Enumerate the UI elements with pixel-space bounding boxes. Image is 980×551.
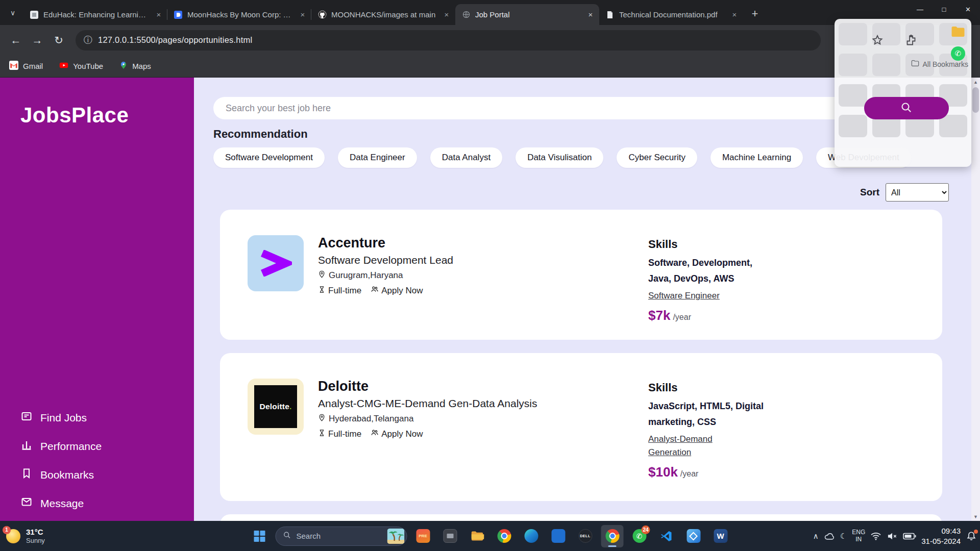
chrome-icon[interactable] <box>493 525 516 547</box>
clock-date: 31-05-2024 <box>921 536 961 546</box>
page-scrollbar[interactable]: ▲ ▼ <box>971 78 980 521</box>
back-icon[interactable]: ← <box>6 31 26 50</box>
category-machine-learning[interactable]: Machine Learning <box>710 147 803 168</box>
youtube-icon <box>59 61 68 71</box>
start-button[interactable] <box>249 525 271 547</box>
category-cyber-security[interactable]: Cyber Security <box>617 147 697 168</box>
tab-title: Job Portal <box>475 10 581 19</box>
scroll-down-icon[interactable]: ▼ <box>971 512 980 521</box>
reload-icon[interactable]: ↻ <box>49 31 68 50</box>
tab-job-portal[interactable]: Job Portal × <box>455 4 599 25</box>
scroll-up-icon[interactable]: ▲ <box>971 78 980 86</box>
tab-search-button[interactable]: ∨ <box>5 5 20 20</box>
render-glitch-overlay: ✆ All Bookmarks <box>835 19 971 167</box>
job-title: Analyst-CMG-ME-Demand Gen-Data Analysis <box>318 397 634 410</box>
category-data-engineer[interactable]: Data Engineer <box>338 147 417 168</box>
tab-moonhacks[interactable]: MoonHacks By Moon Corp: Mo × <box>167 4 311 25</box>
job-search-button[interactable] <box>864 97 949 119</box>
photos-icon[interactable] <box>682 525 705 547</box>
overlay-cell <box>839 54 867 76</box>
category-data-visualisation[interactable]: Data Visulisation <box>516 147 603 168</box>
tray-chevron-up-icon[interactable]: ∧ <box>813 532 819 541</box>
word-icon[interactable]: W <box>709 525 732 547</box>
weather-badge: 1 <box>3 526 11 534</box>
maximize-icon[interactable]: □ <box>932 0 956 18</box>
bookmark-youtube[interactable]: YouTube <box>59 61 103 71</box>
role-link[interactable]: Software Engineer <box>648 289 720 303</box>
location-row: Hyderabad,Telangana <box>318 414 634 424</box>
chrome-active-icon[interactable] <box>601 525 624 547</box>
all-bookmarks-button[interactable]: All Bookmarks <box>911 60 968 68</box>
apply-now-link[interactable]: Apply Now <box>371 429 423 439</box>
close-icon[interactable]: ✕ <box>956 0 980 18</box>
skills-list: Software, Development, Java, DevOps, AWS <box>648 255 771 287</box>
job-cards: Accenture Software Development Lead Guru… <box>213 210 949 521</box>
vscode-icon[interactable] <box>655 525 678 547</box>
weather-widget[interactable]: 1 31°C Sunny <box>5 521 45 551</box>
minimize-icon[interactable]: — <box>908 0 932 18</box>
whatsapp-icon[interactable]: ✆ 24 <box>628 525 651 547</box>
wifi-icon[interactable] <box>870 532 881 541</box>
close-tab-icon[interactable]: × <box>730 10 739 19</box>
tab-eduhack[interactable]: EduHack: Enhancing Learning E × <box>23 4 167 25</box>
sidebar-item-performance[interactable]: Performance <box>20 439 102 454</box>
job-title: Software Development Lead <box>318 254 634 266</box>
close-tab-icon[interactable]: × <box>298 10 307 19</box>
overlay-cell <box>839 23 867 45</box>
weather-condition: Sunny <box>26 537 45 545</box>
volume-muted-icon[interactable] <box>887 532 898 541</box>
apply-now-link[interactable]: Apply Now <box>371 285 423 296</box>
overlay-cell <box>939 115 968 137</box>
language-switcher[interactable]: ENG IN <box>852 529 865 543</box>
company-name: Accenture <box>318 235 634 251</box>
pre-app-badge: PRE <box>416 529 430 543</box>
app-pre-icon[interactable]: PRE <box>412 525 434 547</box>
notification-bell-icon[interactable] <box>966 531 977 542</box>
category-software-development[interactable]: Software Development <box>213 147 325 168</box>
battery-icon[interactable] <box>903 533 916 540</box>
tab-pdf[interactable]: Technical Documentation.pdf × <box>599 4 743 25</box>
folder-icon[interactable] <box>950 25 966 38</box>
weather-temp: 31°C <box>26 528 45 537</box>
site-info-icon[interactable]: ⓘ <box>84 34 92 46</box>
chevron-down-icon: ∨ <box>10 9 15 17</box>
sort-select[interactable]: All <box>886 183 949 202</box>
sort-row: Sort All <box>213 183 949 202</box>
region-label: IN <box>852 536 865 543</box>
category-data-analyst[interactable]: Data Analyst <box>430 147 502 168</box>
close-tab-icon[interactable]: × <box>442 10 451 19</box>
taskbar-clock[interactable]: 09:43 31-05-2024 <box>921 526 961 546</box>
new-tab-button[interactable]: + <box>747 6 763 21</box>
dell-icon[interactable]: DELL <box>574 525 597 547</box>
whatsapp-icon[interactable]: ✆ <box>951 46 965 61</box>
taskbar-search-placeholder: Search <box>297 532 382 540</box>
deloitte-logo-square: Deloitte. <box>254 385 297 428</box>
sidebar-item-bookmarks[interactable]: Bookmarks <box>20 467 102 482</box>
close-tab-icon[interactable]: × <box>154 10 163 19</box>
tab-title: Technical Documentation.pdf <box>619 10 725 19</box>
system-tray: ∧ ☾ ENG IN 09:43 31-05-2024 <box>813 521 977 551</box>
job-search-input[interactable] <box>213 97 863 119</box>
night-mode-icon[interactable]: ☾ <box>840 532 847 541</box>
close-tab-icon[interactable]: × <box>586 10 595 19</box>
meta-row: Full-time Apply Now <box>318 429 634 439</box>
scrollbar-thumb[interactable] <box>972 87 979 113</box>
browser-tab-strip: ∨ EduHack: Enhancing Learning E × MoonHa… <box>0 0 980 25</box>
bookmark-maps[interactable]: Maps <box>119 61 151 71</box>
sidebar-item-find-jobs[interactable]: Find Jobs <box>20 410 102 425</box>
taskbar-search[interactable]: Search <box>276 527 407 546</box>
edge-icon[interactable] <box>520 525 543 547</box>
app-window-icon[interactable] <box>439 525 461 547</box>
windows-logo-icon <box>254 531 265 542</box>
bookmark-gmail[interactable]: Gmail <box>9 61 43 71</box>
extensions-puzzle-icon[interactable] <box>905 34 917 46</box>
role-link[interactable]: Analyst-Demand Generation <box>648 433 755 459</box>
bookmark-star-icon[interactable] <box>871 34 884 46</box>
store-icon[interactable] <box>547 525 570 547</box>
file-explorer-icon[interactable] <box>466 525 488 547</box>
onedrive-cloud-icon[interactable] <box>824 532 835 541</box>
forward-icon[interactable]: → <box>28 31 47 50</box>
tab-github[interactable]: MOONHACKS/images at main × <box>311 4 455 25</box>
sidebar-item-message[interactable]: Message <box>20 496 102 511</box>
address-bar[interactable]: ⓘ 127.0.0.1:5500/pages/opportunities.htm… <box>76 30 821 51</box>
